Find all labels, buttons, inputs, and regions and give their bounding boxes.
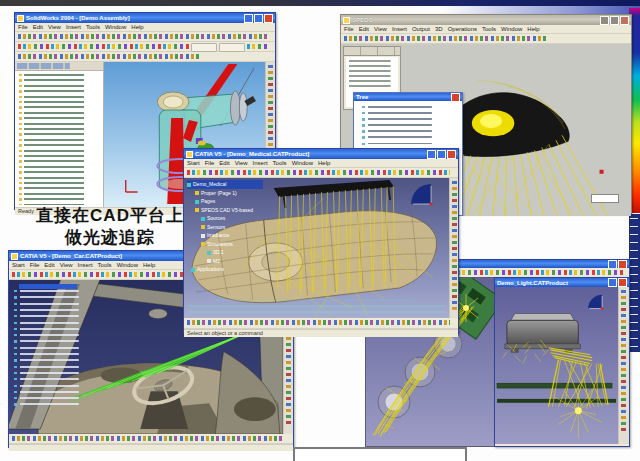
menu-item[interactable]: Help <box>318 159 330 167</box>
menu-item[interactable]: Tools <box>98 261 112 269</box>
toolbar-bottom-hud[interactable] <box>9 434 293 444</box>
menu-item[interactable]: Start <box>12 261 25 269</box>
caption-line-1: 直接在CAD平台上 <box>20 205 200 227</box>
menu-item[interactable]: Edit <box>219 159 229 167</box>
tree-item[interactable]: Irradiance <box>201 231 263 240</box>
tree-item[interactable]: Sources <box>201 214 263 223</box>
menu-item[interactable]: Help <box>131 23 143 31</box>
menu-item[interactable]: Tools <box>86 23 100 31</box>
titlebar-catia-main[interactable]: CATIA V5 - [Demo_Medical.CATProduct] <box>184 149 458 159</box>
minimize-button[interactable] <box>427 150 436 159</box>
viewport-backlight[interactable] <box>495 287 618 444</box>
titlebar-speos[interactable]: SPEOS <box>341 15 631 25</box>
cutoff-text-box <box>293 447 467 461</box>
feature-tree-tabs[interactable] <box>15 62 103 71</box>
menu-item[interactable]: Edit <box>33 23 43 31</box>
menu-item[interactable]: Insert <box>253 159 268 167</box>
backlight-toolbar-vertical[interactable] <box>618 287 629 444</box>
toolbar-standard[interactable] <box>15 32 275 42</box>
toolbar-assembly[interactable] <box>15 52 275 62</box>
catia-tree-overlay[interactable] <box>11 282 95 410</box>
catia-toolbar-vertical[interactable] <box>449 178 458 318</box>
menu-item[interactable]: File <box>18 23 28 31</box>
menu-item[interactable]: Tools <box>273 159 287 167</box>
menu-item[interactable]: Window <box>292 159 313 167</box>
minimize-button[interactable] <box>244 14 253 23</box>
sketch-mode-button[interactable] <box>219 43 245 52</box>
tree-item[interactable]: 3D.1 <box>207 248 263 257</box>
menu-item[interactable]: Insert <box>392 25 407 33</box>
assembly-mode-button[interactable] <box>191 43 217 52</box>
maximize-button[interactable] <box>254 14 263 23</box>
menu-item[interactable]: View <box>374 25 387 33</box>
menu-item[interactable]: Edit <box>359 25 369 33</box>
toolbar-bottom-catia[interactable] <box>184 318 458 329</box>
catia-main-viewport[interactable]: Demo_MedicalProper (Page 1)PagesSPEOS CA… <box>184 178 449 318</box>
speos-app-icon <box>343 17 350 24</box>
feature-tree-panel[interactable] <box>15 62 104 207</box>
hotspot-glow <box>480 114 502 128</box>
menu-item[interactable]: Operations <box>448 25 477 33</box>
tree-item[interactable]: Applications <box>191 265 263 274</box>
menu-item[interactable]: Insert <box>78 261 93 269</box>
menu-item[interactable]: Tools <box>482 25 496 33</box>
tree-item[interactable]: Proper (Page 1) <box>195 189 263 198</box>
menu-item[interactable]: Help <box>143 261 155 269</box>
minimize-button[interactable] <box>608 278 617 287</box>
toolbar-view[interactable] <box>15 42 275 52</box>
maximize-button[interactable] <box>437 150 446 159</box>
menu-item[interactable]: 3D <box>435 25 443 33</box>
cutoff-text-panel <box>629 214 640 352</box>
axis-triad <box>126 180 138 192</box>
window-title: Demo_Light.CATProduct <box>497 278 606 288</box>
menu-item[interactable]: Start <box>187 159 200 167</box>
compass-icon[interactable] <box>588 295 603 310</box>
compass-icon[interactable] <box>411 184 433 206</box>
close-button[interactable] <box>264 14 273 23</box>
menu-item[interactable]: View <box>235 159 248 167</box>
menu-item[interactable]: Output <box>412 25 430 33</box>
window-backlight: Demo_Light.CATProduct <box>494 277 630 447</box>
housing-raytrace <box>495 287 618 444</box>
window-title: CATIA V5 - [Demo_Medical.CATProduct] <box>195 149 425 159</box>
toolbar-catia-main[interactable] <box>184 168 458 178</box>
close-button[interactable] <box>618 278 627 287</box>
menu-item[interactable]: File <box>30 261 40 269</box>
toolbar-speos[interactable] <box>341 34 631 44</box>
solidworks-app-icon <box>17 15 24 22</box>
panel-tabs[interactable] <box>344 47 400 56</box>
status-bar-catia: Select an object or a command <box>184 329 458 337</box>
menu-item[interactable]: View <box>48 23 61 31</box>
tree-item[interactable]: M2 <box>207 257 263 266</box>
minimize-button[interactable] <box>600 16 609 25</box>
menu-item[interactable]: File <box>205 159 215 167</box>
titlebar-backlight[interactable]: Demo_Light.CATProduct <box>495 278 629 287</box>
titlebar-solidworks[interactable]: SolidWorks 2004 - [Demo Assembly] <box>15 13 275 23</box>
window-controls <box>427 150 456 159</box>
tree-item[interactable]: Simulations <box>201 240 263 249</box>
menu-item[interactable]: File <box>344 25 354 33</box>
menu-item[interactable]: Window <box>117 261 138 269</box>
tree-item[interactable]: Pages <box>195 197 263 206</box>
palette-titlebar[interactable]: Tree <box>354 93 462 101</box>
tree-item[interactable]: Demo_Medical <box>187 180 263 189</box>
window-controls <box>244 14 273 23</box>
feature-tree-items[interactable] <box>15 72 101 205</box>
menu-item[interactable]: Edit <box>44 261 54 269</box>
source-hotspot <box>463 305 469 311</box>
close-button[interactable] <box>620 16 629 25</box>
selected-tree-item[interactable] <box>19 284 77 289</box>
tree-item[interactable]: SPEOS CAD V5-based <box>195 206 263 215</box>
maximize-button[interactable] <box>610 16 619 25</box>
slide-canvas: SolidWorks 2004 - [Demo Assembly] FileEd… <box>0 0 640 461</box>
window-title: SolidWorks 2004 - [Demo Assembly] <box>26 13 242 23</box>
menu-item[interactable]: Insert <box>66 23 81 31</box>
menu-item[interactable]: Window <box>105 23 126 31</box>
close-button[interactable] <box>447 150 456 159</box>
menu-item[interactable]: Window <box>501 25 522 33</box>
palette-close-button[interactable] <box>451 93 460 102</box>
window-controls <box>600 16 629 25</box>
tree-item[interactable]: Sensors <box>201 223 263 232</box>
menu-item[interactable]: Help <box>527 25 539 33</box>
menu-item[interactable]: View <box>60 261 73 269</box>
